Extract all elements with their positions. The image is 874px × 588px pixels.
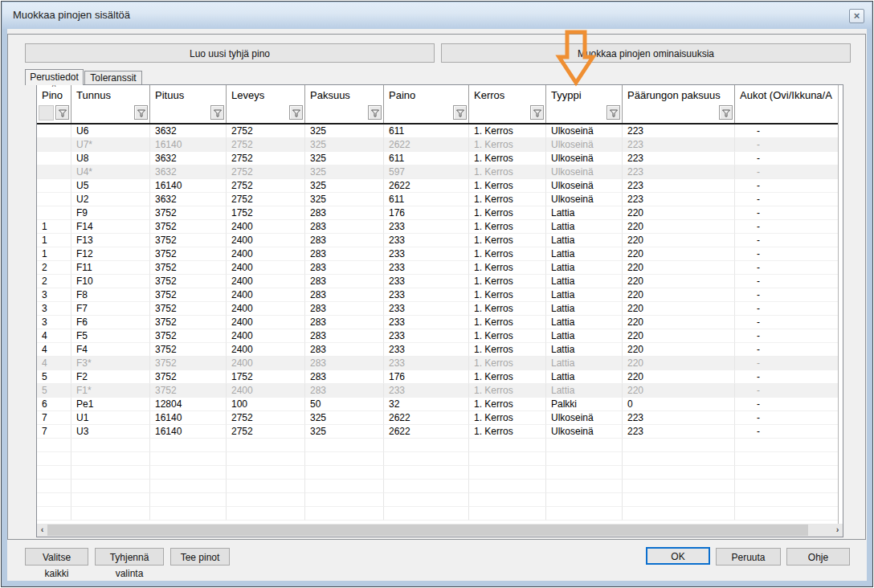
grid-row[interactable]: U7*16140275232526221. KerrosUlkoseinä223… — [37, 138, 843, 152]
filter-edit-box[interactable] — [39, 105, 54, 120]
grid-cell: 2752 — [227, 138, 305, 152]
help-button[interactable]: Ohje — [786, 548, 850, 566]
select-all-button[interactable]: Valitse kaikki — [25, 548, 88, 566]
scroll-left-icon[interactable]: ‹ — [37, 524, 47, 537]
grid-cell — [150, 493, 227, 507]
grid-cell: F14 — [71, 220, 150, 234]
grid-row[interactable]: F9375217522831761. KerrosLattia220- — [37, 206, 843, 220]
grid-cell — [227, 480, 305, 493]
filter-cell-p-rungon-paksuus[interactable] — [623, 104, 735, 123]
filter-button-pituus[interactable] — [210, 105, 224, 120]
grid-cell: 223 — [623, 193, 735, 206]
filter-button-p-rungon-paksuus[interactable] — [719, 105, 733, 120]
filter-cell-tunnus[interactable] — [71, 104, 150, 123]
tab-toleranssit[interactable]: Toleranssit — [84, 71, 142, 85]
scroll-right-icon[interactable]: › — [832, 524, 843, 537]
grid-empty-row — [37, 452, 843, 466]
grid-row[interactable]: U4*363227523255971. KerrosUlkoseinä223- — [37, 165, 843, 179]
filter-cell-paino[interactable] — [384, 104, 469, 123]
grid-row[interactable]: 3F7375224002832331. KerrosLattia220- — [37, 302, 843, 316]
horizontal-scrollbar[interactable]: ‹ › — [37, 524, 843, 537]
clear-selection-button[interactable]: Tyhjennä valinta — [95, 548, 164, 566]
grid-row[interactable]: 7U316140275232526221. KerrosUlkoseinä223… — [37, 425, 843, 439]
grid-cell: - — [735, 138, 843, 152]
create-empty-stack-button[interactable]: Luo uusi tyhjä pino — [25, 43, 435, 63]
column-header-leveys[interactable]: Leveys — [227, 85, 305, 104]
filter-button-tyyppi[interactable] — [606, 105, 620, 120]
grid-cell: 2400 — [227, 357, 305, 370]
grid-cell: 220 — [623, 247, 735, 261]
scrollbar-thumb[interactable] — [47, 525, 808, 536]
grid-cell: 220 — [623, 357, 735, 370]
grid-row[interactable]: 7U116140275232526221. KerrosUlkoseinä223… — [37, 411, 843, 425]
tab-perustiedot[interactable]: Perustiedot — [25, 69, 84, 85]
column-header-label: Paino — [389, 89, 415, 101]
column-header-kerros[interactable]: Kerros — [469, 85, 546, 104]
grid-cell: 6 — [37, 398, 71, 411]
edit-stack-properties-button[interactable]: Muokkaa pinojen ominaisuuksia — [441, 43, 851, 63]
grid-cell — [623, 439, 735, 452]
grid-cell: 3632 — [150, 125, 227, 138]
make-stacks-button[interactable]: Tee pinot — [170, 548, 230, 566]
filter-cell-kerros[interactable] — [469, 104, 546, 123]
grid-cell: Lattia — [546, 316, 623, 329]
filter-cell-paksuus[interactable] — [305, 104, 384, 123]
grid-row[interactable]: 1F14375224002832331. KerrosLattia220- — [37, 220, 843, 234]
grid-cell: 1 — [37, 234, 71, 247]
grid-cell: 223 — [623, 411, 735, 425]
filter-funnel-icon — [370, 108, 380, 118]
grid-row[interactable]: U2363227523256111. KerrosUlkoseinä223- — [37, 193, 843, 206]
grid-row[interactable]: 5F1*375224002832331. KerrosLattia220- — [37, 384, 843, 398]
filter-cell-pituus[interactable] — [150, 104, 227, 123]
grid-row[interactable]: 6Pe11280410050321. KerrosPalkki0- — [37, 398, 843, 411]
filter-cell-tyyppi[interactable] — [546, 104, 623, 123]
grid-row[interactable]: U6363227523256111. KerrosUlkoseinä223- — [37, 125, 843, 138]
grid-row[interactable]: 4F5375224002832331. KerrosLattia220- — [37, 329, 843, 343]
column-header-paksuus[interactable]: Paksuus — [305, 85, 384, 104]
grid-row[interactable]: 4F3*375224002832331. KerrosLattia220- — [37, 357, 843, 370]
column-header-tyyppi[interactable]: Tyyppi — [546, 85, 623, 104]
grid-cell: Lattia — [546, 247, 623, 261]
column-header-pituus[interactable]: Pituus — [150, 85, 227, 104]
grid-row[interactable]: 1F13375224002832331. KerrosLattia220- — [37, 234, 843, 247]
grid-row[interactable]: 1F12375224002832331. KerrosLattia220- — [37, 247, 843, 261]
grid-cell: F12 — [71, 247, 150, 261]
grid-row[interactable]: 2F11375224002832331. KerrosLattia220- — [37, 261, 843, 275]
grid-cell — [227, 466, 305, 480]
grid-cell: 1. Kerros — [469, 411, 546, 425]
grid-cell: 3752 — [150, 220, 227, 234]
close-button[interactable]: × — [849, 9, 864, 23]
filter-button-paksuus[interactable] — [368, 105, 382, 120]
grid-cell: - — [735, 247, 843, 261]
grid-row[interactable]: 5F2375217522831761. KerrosLattia220- — [37, 370, 843, 384]
column-header-paino[interactable]: Paino — [384, 85, 469, 104]
grid-cell — [469, 493, 546, 507]
cancel-button[interactable]: Peruuta — [716, 548, 781, 566]
grid-cell — [37, 138, 71, 152]
filter-button-pino[interactable] — [55, 105, 69, 120]
filter-button-paino[interactable] — [453, 105, 467, 120]
grid-row[interactable]: 3F8375224002832331. KerrosLattia220- — [37, 288, 843, 302]
column-header-tunnus[interactable]: Tunnus — [71, 85, 150, 104]
grid-row[interactable]: U516140275232526221. KerrosUlkoseinä223- — [37, 179, 843, 193]
grid-row[interactable]: U8363227523256111. KerrosUlkoseinä223- — [37, 152, 843, 165]
filter-cell-pino[interactable] — [37, 104, 71, 123]
grid-cell: F1* — [71, 384, 150, 398]
column-header-p-rungon-paksuus[interactable]: Päärungon paksuus — [623, 85, 735, 104]
column-header-aukot-ovi-ikkuna-a[interactable]: Aukot (Ovi/Ikkuna/A — [735, 85, 843, 104]
column-header-pino[interactable]: ^Pino — [37, 85, 71, 104]
filter-button-leveys[interactable] — [289, 105, 303, 120]
grid-cell: Lattia — [546, 302, 623, 316]
grid-row[interactable]: 2F10375224002832331. KerrosLattia220- — [37, 275, 843, 288]
grid-row[interactable]: 4F4375224002832331. KerrosLattia220- — [37, 343, 843, 357]
grid-cell: Lattia — [546, 384, 623, 398]
filter-cell-aukot-ovi-ikkuna-a[interactable] — [735, 104, 843, 123]
ok-button[interactable]: OK — [646, 547, 710, 565]
grid-cell: 1. Kerros — [469, 165, 546, 179]
filter-button-kerros[interactable] — [530, 105, 544, 120]
grid-cell: F7 — [71, 302, 150, 316]
filter-cell-leveys[interactable] — [227, 104, 305, 123]
grid-cell: - — [735, 411, 843, 425]
grid-row[interactable]: 3F6375224002832331. KerrosLattia220- — [37, 316, 843, 329]
filter-button-tunnus[interactable] — [134, 105, 148, 120]
